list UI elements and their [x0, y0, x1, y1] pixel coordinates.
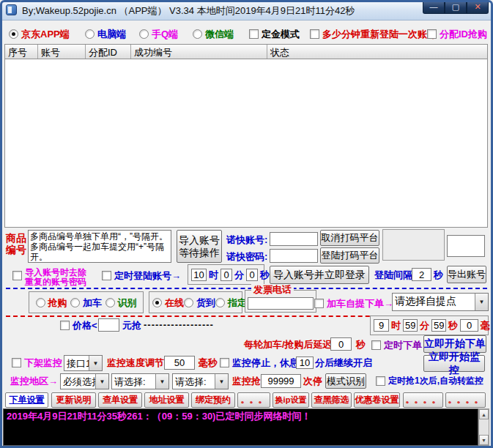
tab-more-2[interactable]: 。。。。	[403, 392, 443, 408]
checkbox-dedupe-accounts-label: 导入账号时去除 重复的账号密码	[25, 268, 86, 287]
district-select[interactable]: 请选择: ▼	[172, 373, 229, 389]
tab-change-ip[interactable]: 换ip设置	[273, 392, 309, 408]
column-account[interactable]: 账号	[38, 45, 86, 59]
radio-pc[interactable]: 电脑端	[85, 29, 126, 40]
captcha-preview-panel	[382, 229, 445, 261]
monitor-speed-input[interactable]	[164, 356, 195, 370]
radio-add-cart[interactable]: 加车	[70, 297, 102, 308]
login-interval-label: 登陆间隔	[374, 269, 412, 280]
import-wait-button[interactable]: 导入账号 等待操作	[177, 230, 222, 263]
price-limit-input[interactable]	[98, 318, 119, 332]
order-minute-input[interactable]	[403, 319, 418, 332]
radio-icon	[152, 298, 162, 307]
cancel-captcha-button[interactable]: 取消打码平台	[320, 230, 379, 246]
invoice-phone-input[interactable]	[248, 297, 314, 310]
checkbox-timed-order-label: 定时下单	[384, 340, 422, 351]
checkbox-price-limit[interactable]: 价格<	[60, 320, 97, 331]
captcha-code-box[interactable]	[447, 235, 485, 257]
checkbox-timed-order[interactable]: 定时下单	[371, 340, 422, 351]
checkbox-icon	[60, 321, 70, 330]
radio-recognize-label: 识别	[118, 297, 137, 308]
login-minute-input[interactable]	[220, 269, 232, 281]
log-area[interactable]: 2019年4月9日21时11分35秒261：（09：59：30)已定时同步网络时…	[3, 408, 478, 446]
radio-wechat[interactable]: 微信端	[193, 29, 234, 40]
monitor-grab-input[interactable]	[261, 374, 301, 388]
checkbox-icon	[12, 271, 22, 280]
radio-cod[interactable]: 货到	[184, 297, 215, 308]
chevron-down-icon: ▼	[475, 294, 488, 310]
pickup-point-select[interactable]: 请选择自提点 ▼	[392, 293, 489, 311]
login-interval-input[interactable]	[412, 268, 431, 281]
radio-recognize[interactable]: 识别	[105, 297, 137, 308]
checkbox-assign-id[interactable]: 分配ID抢购	[427, 29, 487, 40]
nuokuai-password-input[interactable]	[270, 249, 318, 263]
login-captcha-button[interactable]: 登陆打码平台	[320, 247, 379, 264]
checkbox-monitor-pause[interactable]: 监控停止，休息	[220, 357, 299, 368]
checkbox-auto-monitor[interactable]: 定时抢1次后,自动转监控	[376, 376, 483, 387]
radio-icon	[70, 298, 80, 307]
radio-jd-app[interactable]: 京东APP端	[9, 29, 70, 40]
tab-address-settings[interactable]: 地址设置	[144, 392, 189, 408]
login-second-input[interactable]	[246, 269, 258, 281]
tab-order-settings[interactable]: 下单设置	[5, 392, 48, 408]
order-ms-input[interactable]	[460, 319, 478, 332]
tab-order-check-settings[interactable]: 查单设置	[98, 392, 142, 408]
monitor-pause-input[interactable]	[296, 356, 314, 369]
second-unit-label: 秒	[260, 269, 270, 280]
mode-recognize-button[interactable]: 模式识别	[325, 373, 366, 389]
column-success-no[interactable]: 成功编号	[131, 45, 267, 59]
timed-login-time-group: 时 分 秒	[188, 264, 264, 285]
order-minute-unit: 分	[420, 320, 429, 331]
checkbox-icon	[376, 376, 385, 386]
product-id-textarea[interactable]: 多商品编号单独下单用“，”号隔开。多商品编号一起加车提交用“+”号隔开。	[28, 230, 171, 263]
login-hour-input[interactable]	[191, 269, 207, 281]
export-accounts-button[interactable]: 导出账号	[447, 266, 486, 283]
radio-grab-label: 抢购	[48, 297, 67, 308]
checkbox-offshelf-monitor[interactable]: 下架监控	[12, 357, 62, 368]
maximize-button[interactable]: ▢	[445, 0, 467, 14]
account-table-body[interactable]	[4, 59, 488, 228]
tab-bind-reserve[interactable]: 绑定预约	[191, 392, 235, 408]
round-delay-label: 每轮加车/抢购后延迟	[244, 339, 333, 350]
tab-more-3[interactable]: 。。。。	[445, 392, 486, 408]
radio-online-pay[interactable]: 在线	[152, 297, 184, 308]
checkbox-deposit-mode[interactable]: 定金模式	[249, 29, 300, 40]
order-hour-unit: 时	[391, 320, 401, 331]
column-index[interactable]: 序号	[5, 45, 38, 59]
close-button[interactable]: ✕	[467, 0, 489, 14]
log-scrollbar[interactable]: ▲ ▼	[478, 408, 489, 446]
pickup-point-value: 请选择自提点	[393, 294, 475, 310]
scroll-up-icon[interactable]: ▲	[479, 409, 489, 419]
checkbox-icon	[102, 271, 111, 280]
checkbox-dedupe-accounts[interactable]: 导入账号时去除 重复的账号密码	[12, 268, 86, 287]
checkbox-relogin-minutes-label: 多少分钟重新登陆一次账号	[322, 29, 437, 40]
tab-coupon-settings[interactable]: 优惠卷设置	[354, 392, 400, 408]
radio-specified[interactable]: 指定	[215, 297, 247, 308]
start-monitor-button[interactable]: 立即开始监控	[423, 355, 485, 372]
invoice-phone-label: 发票电话	[251, 284, 294, 295]
checkbox-cart-pickup[interactable]: 加车自提下单→	[314, 298, 393, 309]
tab-blacklist-filter[interactable]: 查黑筛选	[311, 392, 352, 408]
scroll-down-icon[interactable]: ▼	[479, 435, 489, 445]
price-unit-label: 元抢	[122, 320, 141, 331]
order-second-input[interactable]	[431, 319, 446, 332]
nuokuai-account-input[interactable]	[270, 232, 318, 246]
radio-mobile-qq[interactable]: 手Q端	[139, 29, 178, 40]
import-login-button[interactable]: 导入账号并立即登录	[270, 266, 369, 284]
column-status[interactable]: 状态	[267, 45, 487, 59]
round-delay-input[interactable]	[330, 337, 352, 351]
checkbox-icon	[427, 29, 437, 39]
tab-more-1[interactable]: 。。。	[237, 392, 270, 408]
tab-update-notes[interactable]: 更新说明	[51, 392, 96, 408]
column-assign-id[interactable]: 分配ID	[86, 45, 131, 59]
region-select[interactable]: 必须选择 ▼	[60, 373, 109, 389]
city-select[interactable]: 请选择: ▼	[111, 373, 169, 389]
checkbox-relogin-minutes[interactable]: 多少分钟重新登陆一次账号	[310, 29, 437, 40]
order-hour-input[interactable]	[374, 319, 389, 332]
minimize-button[interactable]: —	[423, 0, 445, 14]
checkbox-timed-login[interactable]: 定时登陆账号→	[102, 270, 181, 281]
radio-mobile-qq-label: 手Q端	[152, 29, 178, 40]
checkbox-icon	[12, 358, 21, 367]
radio-grab[interactable]: 抢购	[36, 297, 67, 308]
port-select[interactable]: 接口1 ▼	[64, 355, 103, 371]
